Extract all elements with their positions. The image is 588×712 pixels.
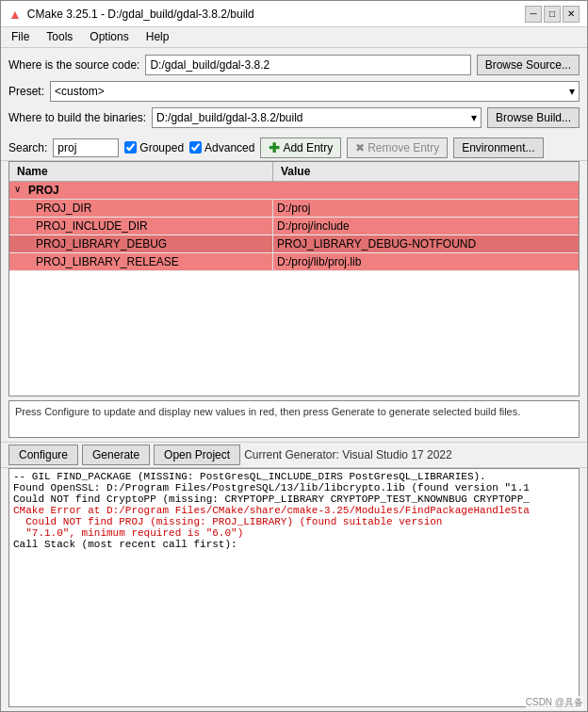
group-toggle-proj[interactable]: ∨	[9, 182, 24, 199]
search-input[interactable]	[53, 138, 119, 157]
col-header-name: Name	[9, 162, 273, 181]
menu-bar: File Tools Options Help	[1, 27, 587, 48]
status-text: Press Configure to update and display ne…	[15, 406, 520, 417]
log-line-6: Call Stack (most recent call first):	[13, 539, 575, 550]
menu-tools[interactable]: Tools	[43, 30, 75, 44]
entry-value-proj-library-release: D:/proj/lib/proj.lib	[273, 253, 579, 270]
grouped-label: Grouped	[139, 141, 184, 154]
group-name-proj: PROJ	[24, 182, 579, 199]
preset-value: <custom>	[55, 85, 105, 98]
entry-name-proj-include-dir: PROJ_INCLUDE_DIR	[32, 218, 273, 235]
menu-options[interactable]: Options	[87, 30, 131, 44]
grouped-checkbox[interactable]	[124, 141, 137, 154]
entry-row-proj-library-release[interactable]: PROJ_LIBRARY_RELEASE D:/proj/lib/proj.li…	[9, 253, 579, 271]
browse-source-button[interactable]: Browse Source...	[477, 55, 580, 75]
generator-text: Current Generator: Visual Studio 17 2022	[244, 448, 452, 461]
group-row-proj[interactable]: ∨ PROJ	[9, 182, 579, 200]
remove-entry-label: Remove Entry	[368, 141, 439, 154]
entry-row-proj-dir[interactable]: PROJ_DIR D:/proj	[9, 200, 579, 218]
menu-help[interactable]: Help	[143, 30, 172, 44]
preset-select[interactable]: <custom> ▾	[50, 81, 580, 102]
entry-name-proj-library-debug: PROJ_LIBRARY_DEBUG	[32, 235, 273, 252]
build-row: Where to build the binaries: D:/gdal_bui…	[8, 106, 580, 129]
cmake-icon: ▲	[8, 7, 22, 22]
entry-name-proj-dir: PROJ_DIR	[32, 200, 273, 217]
log-line-5: "7.1.0", minimum required is "6.0")	[13, 527, 575, 539]
preset-row: Preset: <custom> ▾	[8, 80, 580, 103]
entry-value-proj-include-dir: D:/proj/include	[273, 218, 579, 235]
title-bar: ▲ CMake 3.25.1 - D:/gdal_build/gdal-3.8.…	[1, 1, 587, 27]
cmake-table: Name Value ∨ PROJ PROJ_DIR D:/proj PROJ_…	[8, 161, 580, 396]
preset-label: Preset:	[8, 85, 44, 98]
entry-value-proj-library-debug: PROJ_LIBRARY_DEBUG-NOTFOUND	[273, 235, 579, 252]
remove-entry-button[interactable]: ✖ Remove Entry	[347, 138, 448, 158]
watermark: CSDN @具备	[526, 696, 583, 709]
table-header: Name Value	[9, 162, 579, 182]
source-row: Where is the source code: Browse Source.…	[8, 54, 580, 76]
source-input[interactable]	[145, 55, 470, 75]
add-entry-label: Add Entry	[283, 141, 333, 154]
generate-button[interactable]: Generate	[82, 445, 150, 465]
col-header-value: Value	[273, 162, 579, 181]
log-line-0: -- GIL FIND_PACKAGE (MISSING: PostGresQL…	[13, 471, 575, 482]
build-label: Where to build the binaries:	[8, 111, 146, 124]
x-icon: ✖	[355, 141, 365, 154]
close-button[interactable]: ✕	[563, 6, 580, 23]
log-line-3: CMake Error at D:/Program Files/CMake/sh…	[13, 505, 575, 516]
toolbar-row: Search: Grouped Advanced ✚ Add Entry ✖ R…	[1, 135, 587, 161]
minimize-button[interactable]: ─	[525, 6, 542, 23]
build-dropdown-arrow: ▾	[471, 111, 477, 124]
build-value: D:/gdal_build/gdal-3.8.2/build	[156, 111, 302, 124]
plus-icon: ✚	[269, 140, 280, 155]
log-line-2: Could NOT find CryptoPP (missing: CRYPTO…	[13, 494, 575, 505]
add-entry-button[interactable]: ✚ Add Entry	[260, 138, 341, 158]
build-input[interactable]: D:/gdal_build/gdal-3.8.2/build ▾	[152, 107, 482, 128]
environment-button[interactable]: Environment...	[453, 138, 543, 158]
open-project-button[interactable]: Open Project	[154, 445, 240, 465]
advanced-checkbox[interactable]	[189, 141, 202, 154]
browse-build-button[interactable]: Browse Build...	[487, 107, 580, 128]
search-label: Search:	[8, 141, 47, 154]
configure-button[interactable]: Configure	[8, 445, 78, 465]
preset-dropdown-arrow: ▾	[569, 85, 575, 98]
advanced-label: Advanced	[204, 141, 254, 154]
maximize-button[interactable]: □	[544, 6, 561, 23]
status-bar: Press Configure to update and display ne…	[8, 400, 580, 438]
window-title: CMake 3.25.1 - D:/gdal_build/gdal-3.8.2/…	[27, 8, 254, 21]
menu-file[interactable]: File	[8, 30, 32, 44]
entry-row-proj-library-debug[interactable]: PROJ_LIBRARY_DEBUG PROJ_LIBRARY_DEBUG-NO…	[9, 235, 579, 253]
log-line-4: Could NOT find PROJ (missing: PROJ_LIBRA…	[13, 516, 575, 527]
advanced-checkbox-container: Advanced	[189, 141, 254, 154]
log-line-1: Found OpenSSL: D:/Program Files/PostgreS…	[13, 482, 575, 494]
bottom-bar: Configure Generate Open Project Current …	[1, 442, 587, 468]
form-section: Where is the source code: Browse Source.…	[1, 48, 587, 135]
entry-row-proj-include-dir[interactable]: PROJ_INCLUDE_DIR D:/proj/include	[9, 218, 579, 235]
log-area[interactable]: -- GIL FIND_PACKAGE (MISSING: PostGresQL…	[8, 468, 580, 707]
entry-value-proj-dir: D:/proj	[273, 200, 579, 217]
grouped-checkbox-container: Grouped	[124, 141, 184, 154]
source-label: Where is the source code:	[8, 58, 139, 72]
entry-name-proj-library-release: PROJ_LIBRARY_RELEASE	[32, 253, 273, 270]
